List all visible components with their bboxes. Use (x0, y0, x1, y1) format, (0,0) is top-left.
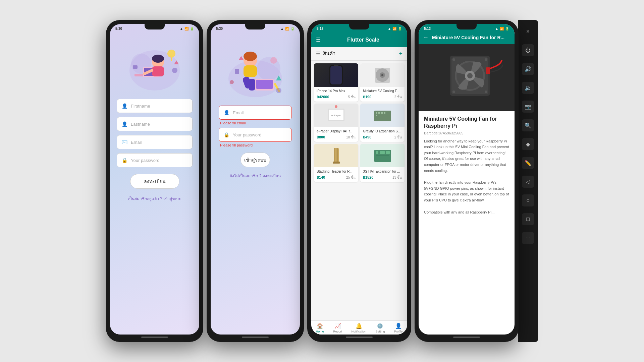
signal-icon-3: 📶 (392, 27, 396, 31)
detail-header-4: ← Miniature 5V Cooling Fan for R... (419, 32, 515, 44)
nav-report[interactable]: 📈 Report (333, 323, 342, 333)
circle-button[interactable]: ○ (522, 194, 534, 206)
product-image-5 (360, 144, 405, 167)
product-stock-4: 25 ชิ้น (346, 175, 356, 180)
volume-down-button[interactable]: 🔉 (522, 82, 534, 94)
status-time-3: 5:12 (317, 27, 323, 31)
product-info-1: Miniature 5V Cooling F... ฿190 2 ชิ้น (360, 87, 405, 102)
svg-point-23 (270, 57, 277, 64)
status-time-4: 5:13 (424, 27, 431, 31)
power-button[interactable]: ⏻ (522, 44, 534, 56)
svg-rect-31 (330, 66, 342, 84)
home-indicator-4 (453, 337, 480, 338)
svg-rect-53 (376, 151, 378, 154)
product-image-3 (360, 104, 405, 127)
product-card-5[interactable]: 3G HAT Expansion for ... ฿1520 13 ชิ้น (360, 144, 405, 182)
lastname-field[interactable]: 👤 Lastname (117, 117, 193, 131)
email-label-2: Email (233, 110, 244, 115)
battery-icon-2: 🔋 (290, 27, 294, 31)
already-member-label: เป็นสมาชิกอยู่แล้ว ? (128, 196, 162, 201)
phone-notch-4 (457, 24, 477, 29)
product-stock-0: 5 ชิ้น (348, 95, 356, 100)
camera-button[interactable]: 📷 (522, 101, 534, 113)
svg-rect-32 (334, 65, 338, 66)
zoom-button[interactable]: 🔍 (522, 119, 534, 131)
nav-notification[interactable]: 🔔 Notification (351, 323, 366, 333)
svg-point-8 (152, 55, 164, 63)
svg-rect-22 (249, 79, 255, 90)
battery-icon-4: 🔋 (505, 27, 509, 31)
login-button[interactable]: เข้าสู่ระบบ (240, 153, 270, 167)
svg-point-67 (485, 90, 487, 93)
not-member-label: ยังไม่เป็นสมาชิก ? (230, 174, 261, 178)
profile-icon: 👤 (395, 323, 402, 329)
lock-icon-1: 🔒 (122, 158, 127, 163)
add-icon-3[interactable]: + (399, 50, 402, 57)
firstname-field[interactable]: 👤 Firstname (117, 99, 193, 113)
svg-point-28 (230, 80, 234, 84)
close-button[interactable]: × (522, 25, 534, 38)
svg-rect-54 (380, 151, 385, 154)
product-price-2: ฿800 (317, 135, 325, 139)
back-arrow-icon[interactable]: ← (423, 35, 429, 41)
phone-notch-1 (145, 24, 165, 29)
notification-icon: 🔔 (356, 323, 362, 329)
product-card-3[interactable]: Gravity IO Expansion S... ฿490 2 ชิ้น (360, 104, 405, 142)
register-button[interactable]: ลงทะเบียน (130, 174, 179, 189)
product-card-2[interactable]: e-Paper e-Paper Display HAT f... ฿800 10… (314, 104, 358, 142)
detail-header-title: Miniature 5V Cooling Fan for R... (432, 35, 510, 40)
more-button[interactable]: ··· (522, 232, 534, 244)
product-image-2: e-Paper (314, 104, 358, 127)
description-2: Plug the fan directly into your Raspberr… (424, 180, 509, 203)
edit-button[interactable]: ✏️ (522, 157, 534, 169)
product-card-1[interactable]: Miniature 5V Cooling F... ฿190 2 ชิ้น (360, 63, 405, 102)
wifi-icon-2: ▲ (280, 27, 284, 31)
back-button[interactable]: ◁ (522, 176, 534, 188)
svg-rect-11 (133, 65, 138, 69)
battery-icon-1: 🔋 (190, 27, 194, 31)
register-link-label[interactable]: ลงทะเบียน (263, 174, 281, 178)
password-field-2[interactable]: 🔒 Your password (219, 128, 292, 142)
nav-setting[interactable]: ⚙️ Setting (375, 323, 385, 333)
hamburger-icon-3[interactable]: ☰ (316, 37, 321, 43)
svg-rect-43 (378, 112, 380, 114)
email-field-1[interactable]: ✉️ Email (117, 135, 193, 149)
svg-point-65 (485, 58, 487, 61)
product-info-4: Stacking Header for R... ฿140 25 ชิ้น (314, 167, 358, 182)
product-image-0 (314, 63, 358, 87)
svg-rect-56 (376, 155, 389, 156)
product-card-4[interactable]: Stacking Header for R... ฿140 25 ชิ้น (314, 144, 358, 182)
nav-profile[interactable]: 👤 Profile (394, 323, 403, 333)
email-field-2[interactable]: 👤 Email (219, 106, 292, 120)
svg-rect-44 (381, 112, 383, 114)
product-name-2: e-Paper Display HAT f... (317, 129, 356, 133)
svg-point-63 (467, 73, 473, 78)
svg-rect-46 (376, 115, 377, 116)
product-price-0: ฿42000 (317, 95, 329, 99)
nav-report-label: Report (333, 330, 342, 333)
nav-notification-label: Notification (351, 330, 366, 333)
firstname-label: Firstname (131, 104, 150, 109)
svg-point-29 (276, 88, 281, 93)
password-label-1: Your password (131, 158, 160, 163)
volume-up-button[interactable]: 🔊 (522, 63, 534, 75)
phone-4-product-detail: 5:13 ▲ 📶 🔋 ← Miniature 5V Cooling Fan fo… (415, 20, 519, 342)
email-label-1: Email (131, 140, 142, 145)
nav-home[interactable]: 🏠 Home (316, 323, 324, 333)
illustration-1 (124, 37, 185, 94)
product-price-5: ฿1520 (363, 175, 373, 180)
product-name-5: 3G HAT Expansion for ... (363, 169, 402, 174)
not-member-text: ยังไม่เป็นสมาชิก ? ลงทะเบียน (219, 173, 292, 179)
product-card-0[interactable]: iPhone 14 Pro Max ฿42000 5 ชิ้น (314, 63, 358, 102)
password-field-1[interactable]: 🔒 Your password (117, 153, 193, 167)
wifi-icon-3: ▲ (388, 27, 391, 31)
product-price-1: ฿190 (363, 95, 371, 99)
login-link-label[interactable]: เข้าสู่ระบบ (163, 196, 181, 201)
person-icon-3: 👤 (224, 110, 229, 115)
password-error-text: Please fill password (219, 143, 292, 147)
diamond-button[interactable]: ◆ (522, 138, 534, 150)
phone-1-registration: 5:30 ▲ 📶 🔋 (106, 20, 203, 342)
phone-1-form: 👤 Firstname 👤 Lastname ✉️ Email 🔒 Your p… (110, 99, 199, 208)
square-button[interactable]: □ (522, 213, 534, 225)
product-info-5: 3G HAT Expansion for ... ฿1520 13 ชิ้น (360, 167, 405, 182)
